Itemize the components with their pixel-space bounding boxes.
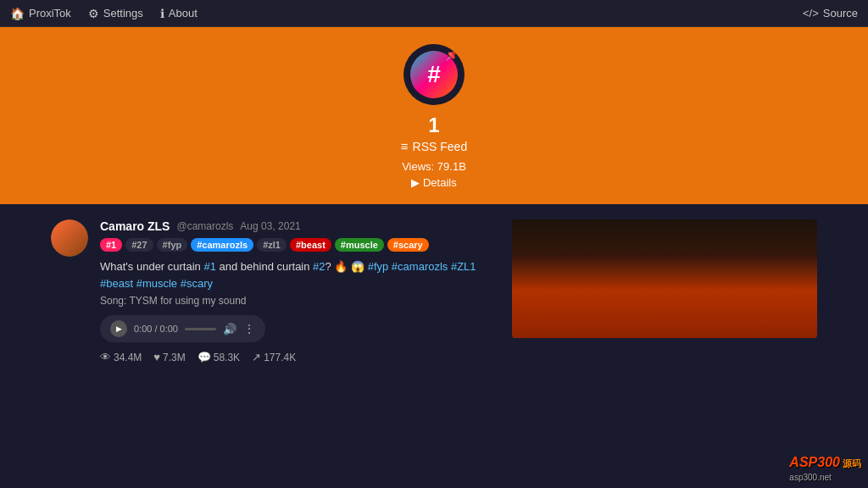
nav-brand[interactable]: 🏠 ProxiTok (10, 7, 71, 20)
comments-icon: 💬 (198, 351, 211, 363)
nav-left: 🏠 ProxiTok ⚙ Settings ℹ About (10, 7, 786, 20)
watermark: ASP300 源码 asp300.net (789, 455, 861, 483)
tag-muscle[interactable]: #muscle (335, 238, 384, 252)
hero-details-btn[interactable]: ▶ Details (411, 176, 456, 189)
post-header: Camaro ZLS @camarozls Aug 03, 2021 (100, 219, 500, 233)
views-count: 34.4M (114, 352, 142, 363)
hash-beast2: #beast (100, 277, 133, 290)
nav-about[interactable]: ℹ About (160, 7, 198, 20)
shares-stat: ↗ 177.4K (252, 351, 296, 363)
views-stat: 👁 34.4M (100, 351, 142, 363)
rss-icon: ≡ (401, 139, 409, 153)
nav-settings[interactable]: ⚙ Settings (88, 7, 143, 20)
comments-stat: 💬 58.3K (198, 351, 240, 363)
avatar-image (51, 219, 88, 257)
likes-stat: ♥ 7.3M (153, 351, 185, 363)
hash-camarozls2: #camarozls (392, 260, 448, 273)
navbar: 🏠 ProxiTok ⚙ Settings ℹ About </> Source (0, 0, 868, 27)
source-label: Source (823, 7, 858, 19)
home-icon: 🏠 (10, 7, 25, 20)
source-code-icon: </> (803, 7, 819, 19)
post-date: Aug 03, 2021 (240, 220, 300, 232)
post-row: Camaro ZLS @camarozls Aug 03, 2021 #1 #2… (51, 219, 817, 363)
tag-camarozls[interactable]: #camarozls (191, 238, 253, 252)
video-overlay (512, 219, 817, 338)
audio-player: ▶ 0:00 / 0:00 🔊 ⋮ (100, 315, 265, 342)
tag-zl1[interactable]: #zl1 (257, 238, 287, 252)
hero-section: # 📌 1 ≡ RSS Feed Views: 79.1B ▶ Details (0, 27, 868, 204)
hash-2: #2 (313, 260, 325, 273)
audio-menu-icon[interactable]: ⋮ (243, 322, 255, 336)
shares-icon: ↗ (252, 351, 261, 363)
likes-icon: ♥ (153, 351, 160, 363)
hash-zl1: #ZL1 (451, 260, 476, 273)
audio-time: 0:00 / 0:00 (134, 324, 178, 334)
settings-icon: ⚙ (88, 7, 99, 20)
pin-icon: 📌 (445, 47, 459, 61)
tag-list: #1 #27 #fyp #camarozls #zl1 #beast #musc… (100, 238, 500, 252)
post-username: Camaro ZLS (100, 219, 170, 233)
comments-count: 58.3K (214, 352, 240, 363)
hero-views: Views: 79.1B (402, 160, 466, 173)
content-area: Camaro ZLS @camarozls Aug 03, 2021 #1 #2… (0, 204, 868, 379)
post-handle: @camarozls (176, 220, 233, 232)
rss-label: RSS Feed (413, 140, 468, 153)
post-song: Song: TYSM for using my sound (100, 295, 500, 307)
info-icon: ℹ (160, 7, 164, 20)
post-body: Camaro ZLS @camarozls Aug 03, 2021 #1 #2… (100, 219, 500, 363)
likes-count: 7.3M (163, 352, 186, 363)
shares-count: 177.4K (264, 352, 296, 363)
video-thumbnail[interactable] (512, 219, 817, 338)
tag-1[interactable]: #1 (100, 238, 122, 252)
hash-1: #1 (203, 260, 215, 273)
hash-muscle2: #muscle (136, 277, 177, 290)
hero-logo: # 📌 (403, 44, 465, 105)
hash-scary2: #scary (181, 277, 213, 290)
views-icon: 👁 (100, 351, 111, 363)
audio-progress-bar[interactable] (185, 328, 216, 330)
tag-beast[interactable]: #beast (290, 238, 331, 252)
hero-number: 1 (428, 114, 439, 137)
volume-icon[interactable]: 🔊 (223, 323, 236, 336)
hash-fyp: #fyp (368, 260, 389, 273)
about-label: About (169, 7, 198, 19)
tag-scary[interactable]: #scary (387, 238, 429, 252)
brand-label: ProxiTok (29, 7, 71, 19)
post-text: What's under curtain #1 and behind curta… (100, 258, 500, 291)
tag-fyp[interactable]: #fyp (157, 238, 188, 252)
settings-label: Settings (103, 7, 143, 19)
logo-inner: # 📌 (410, 51, 458, 98)
hash-symbol: # (427, 61, 441, 88)
play-button[interactable]: ▶ (110, 320, 127, 337)
avatar (51, 219, 88, 257)
nav-source[interactable]: </> Source (803, 7, 858, 19)
post-card: Camaro ZLS @camarozls Aug 03, 2021 #1 #2… (51, 219, 500, 363)
tag-27[interactable]: #27 (125, 238, 153, 252)
post-stats: 👁 34.4M ♥ 7.3M 💬 58.3K ↗ 177.4K (100, 351, 500, 363)
hero-rss: ≡ RSS Feed (401, 139, 467, 153)
